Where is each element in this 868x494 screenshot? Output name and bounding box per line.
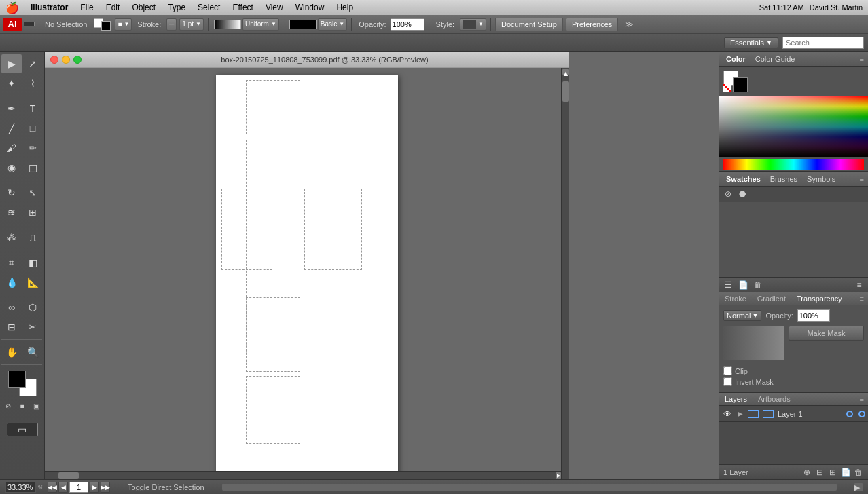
invert-mask-label[interactable]: Invert Mask (735, 378, 774, 386)
tab-symbols[interactable]: Symbols (804, 175, 838, 183)
tab-color-guide[interactable]: Color Guide (753, 55, 798, 63)
canvas-scrollbar-v[interactable]: ▲ (561, 68, 569, 479)
free-transform-tool[interactable]: ⊞ (22, 203, 43, 222)
tab-brushes[interactable]: Brushes (767, 175, 800, 183)
screen-mode-button[interactable]: ▭ (7, 423, 38, 436)
blob-tool[interactable]: ◉ (1, 158, 22, 177)
app-menu-illustrator[interactable]: Illustrator (26, 0, 73, 15)
gradient-tool[interactable]: ◧ (22, 253, 43, 272)
new-layer-icon[interactable]: 📄 (840, 467, 851, 478)
menu-type[interactable]: Type (163, 0, 190, 15)
zoom-tool[interactable]: 🔍 (22, 343, 43, 362)
delete-layer-icon[interactable]: 🗑 (853, 467, 864, 478)
symbol-spray-tool[interactable]: ⁂ (1, 228, 22, 247)
more-options-icon[interactable]: ≫ (623, 19, 634, 30)
stroke-color-box[interactable] (733, 77, 748, 92)
workspace-switcher[interactable] (24, 22, 35, 26)
menu-window[interactable]: Window (291, 0, 329, 15)
menu-edit[interactable]: Edit (101, 0, 125, 15)
stroke-style-dropdown[interactable]: Uniform▼ (242, 18, 279, 31)
menu-help[interactable]: Help (331, 0, 358, 15)
menu-select[interactable]: Select (193, 0, 225, 15)
page-input[interactable] (69, 482, 88, 493)
layer-name[interactable]: Layer 1 (778, 410, 844, 418)
make-mask-button[interactable]: Make Mask (789, 326, 864, 341)
opacity-trans-input[interactable] (797, 309, 830, 322)
scroll-thumb-v[interactable] (562, 81, 569, 102)
pen-tool[interactable]: ✒ (1, 99, 22, 118)
scale-tool[interactable]: ⤡ (22, 183, 43, 202)
new-sublayer-icon[interactable]: ⊞ (827, 467, 838, 478)
no-fill-icon[interactable] (723, 84, 731, 92)
style-dropdown[interactable]: ▼ (460, 18, 486, 31)
next-page-button[interactable]: ▶ (90, 482, 99, 493)
layers-panel-options[interactable]: ≡ (856, 393, 868, 405)
menu-view[interactable]: View (261, 0, 288, 15)
layer-target-dot[interactable] (846, 411, 853, 417)
blend-mode-dropdown[interactable]: Normal▼ (723, 310, 761, 321)
make-clipping-mask-icon[interactable]: ⊟ (814, 467, 825, 478)
scissors-tool[interactable]: ✂ (22, 318, 43, 337)
maximize-button[interactable] (73, 56, 82, 64)
layer-select-dot[interactable] (858, 411, 865, 417)
blend-tool[interactable]: ∞ (1, 298, 22, 317)
swatch-none-icon[interactable]: ⊘ (722, 188, 734, 200)
tab-layers[interactable]: Layers (719, 393, 753, 405)
gradient-box-icon[interactable]: ▣ (31, 400, 43, 411)
scroll-right-arrow[interactable]: ▶ (556, 472, 561, 479)
menu-object[interactable]: Object (127, 0, 160, 15)
column-graph-tool[interactable]: ⎍ (22, 228, 43, 247)
mesh-tool[interactable]: ⌗ (1, 253, 22, 272)
live-paint-tool[interactable]: ⬡ (22, 298, 43, 317)
close-button[interactable] (50, 56, 58, 64)
text-tool[interactable]: T (22, 99, 43, 118)
document-content[interactable]: Cut Width: 3.000mm Finished Thickness: 1… (45, 68, 569, 479)
none-icon[interactable]: ⊘ (2, 400, 14, 411)
canvas-area[interactable]: box-20150725_110808_753099.pdf @ 33.33% … (45, 52, 719, 479)
clip-label[interactable]: Clip (735, 367, 748, 375)
search-input[interactable] (782, 37, 864, 49)
swatch-options-icon[interactable]: ≡ (853, 279, 865, 291)
canvas-scrollbar-h[interactable]: ▶ (45, 471, 561, 479)
scroll-thumb-h[interactable] (58, 472, 79, 479)
effects-panel-options[interactable]: ≡ (856, 292, 868, 305)
swatches-panel-options[interactable]: ≡ (860, 175, 864, 183)
layer-visibility-toggle[interactable]: 👁 (722, 408, 733, 419)
measure-tool[interactable]: 📐 (22, 273, 43, 292)
hand-tool[interactable]: ✋ (1, 343, 22, 362)
tab-swatches[interactable]: Swatches (723, 175, 763, 183)
slice-tool[interactable]: ⊟ (1, 318, 22, 337)
clip-checkbox[interactable] (723, 366, 732, 375)
essentials-dropdown[interactable]: Essentials▼ (724, 37, 778, 48)
stroke-swatch-dropdown[interactable]: ─ (166, 18, 177, 31)
color-gradient[interactable] (719, 96, 868, 157)
last-page-button[interactable]: ▶▶ (101, 482, 110, 493)
menu-effect[interactable]: Effect (228, 0, 257, 15)
warp-tool[interactable]: ≋ (1, 203, 22, 222)
status-menu-icon[interactable]: ▶ (854, 483, 863, 491)
opacity-style-dropdown[interactable]: Basic▼ (318, 18, 347, 31)
eyedropper-tool[interactable]: 💧 (1, 273, 22, 292)
rotate-tool[interactable]: ↻ (1, 183, 22, 202)
stroke-swatch-toolbar[interactable] (101, 21, 111, 31)
foreground-color-box[interactable] (8, 370, 26, 388)
tab-gradient[interactable]: Gradient (752, 292, 791, 305)
minimize-button[interactable] (62, 56, 70, 64)
prev-page-button[interactable]: ◀ (58, 482, 68, 493)
color-boxes[interactable] (8, 370, 37, 396)
line-tool[interactable]: ╱ (1, 119, 22, 138)
layer-row-1[interactable]: 👁 ▶ Layer 1 (719, 406, 868, 422)
swatches-menu-icon[interactable]: ☰ (722, 279, 734, 291)
stroke-weight-dropdown[interactable]: 1 pt▼ (179, 18, 204, 31)
tab-transparency[interactable]: Transparency (791, 292, 848, 305)
magic-wand-tool[interactable]: ✦ (1, 74, 22, 93)
delete-swatch-icon[interactable]: 🗑 (752, 279, 764, 291)
preferences-button[interactable]: Preferences (566, 18, 618, 31)
swatch-color-icon[interactable]: ⬣ (736, 188, 748, 200)
opacity-input[interactable] (391, 18, 424, 31)
pencil-tool[interactable]: ✏ (22, 138, 43, 157)
doc-setup-button[interactable]: Document Setup (495, 18, 563, 31)
fill-type-dropdown[interactable]: ■▼ (115, 18, 132, 31)
locate-object-icon[interactable]: ⊕ (801, 467, 812, 478)
layer-expand-icon[interactable]: ▶ (736, 409, 745, 419)
